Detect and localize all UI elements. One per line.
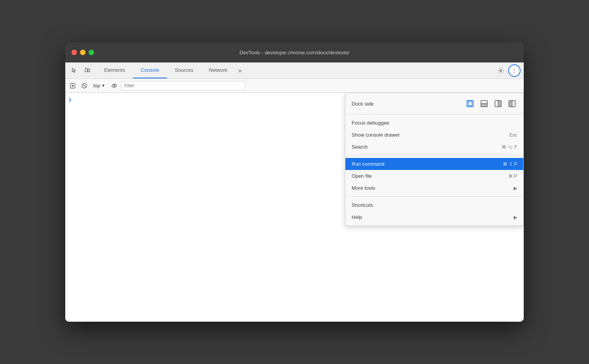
svg-rect-0 (85, 68, 87, 72)
title-bar: DevTools - developer.chrome.com/docs/dev… (65, 42, 524, 62)
svg-point-7 (112, 84, 117, 87)
dropdown-arrow-icon: ▼ (101, 83, 105, 88)
dock-bottom-icon[interactable] (479, 99, 489, 109)
shortcut-show-console-drawer: Esc (509, 132, 517, 138)
menu-section-main: Focus debuggee Show console drawer Esc S… (345, 114, 523, 156)
shortcut-search: ⌘ ⌥ F (502, 144, 517, 150)
svg-rect-1 (88, 69, 90, 72)
traffic-lights (71, 50, 94, 55)
device-toolbar-icon[interactable] (82, 65, 93, 76)
console-prompt: ❯ (68, 97, 71, 103)
dock-side-row: Dock side (345, 95, 523, 112)
dock-side-section: Dock side (345, 93, 523, 114)
maximize-button[interactable] (89, 50, 94, 55)
context-label: top (93, 83, 100, 88)
settings-icon[interactable] (495, 65, 507, 76)
dock-right-icon[interactable] (493, 99, 503, 109)
menu-section-commands: Run command ⌘ ⇧ P Open file ⌘ P (345, 156, 523, 197)
tab-console[interactable]: Console (133, 62, 167, 78)
filter-input[interactable] (121, 81, 245, 90)
shortcut-open-file: ⌘ P (508, 173, 517, 179)
tab-sources[interactable]: Sources (167, 62, 201, 78)
shortcut-run-command: ⌘ ⇧ P (503, 161, 517, 167)
svg-point-8 (113, 85, 115, 87)
dock-left-icon[interactable] (507, 99, 517, 109)
menu-item-help[interactable]: Help ▶ (345, 211, 523, 223)
menu-item-search[interactable]: Search ⌘ ⌥ F (345, 141, 523, 153)
dock-icons (465, 99, 517, 109)
eye-icon[interactable] (109, 81, 119, 91)
svg-marker-4 (72, 85, 74, 87)
tab-bar: Elements Console Sources Network » (65, 62, 524, 79)
clear-console-icon[interactable] (79, 81, 89, 91)
run-snippet-icon[interactable] (68, 81, 78, 91)
inspect-element-icon[interactable] (68, 65, 80, 76)
tab-right-icons: ⋮ (492, 62, 524, 78)
menu-section-bottom: Shortcuts Help ▶ (345, 197, 523, 225)
context-selector[interactable]: top ▼ (91, 82, 108, 89)
console-body: ❯ Dock side (65, 93, 524, 322)
minimize-button[interactable] (80, 50, 85, 55)
svg-point-2 (500, 69, 502, 71)
tab-network[interactable]: Network (201, 62, 235, 78)
more-tabs-button[interactable]: » (235, 62, 245, 78)
svg-rect-12 (481, 104, 487, 107)
dock-side-label: Dock side (352, 101, 459, 107)
svg-rect-18 (509, 101, 512, 107)
close-button[interactable] (71, 50, 77, 55)
dock-undock-icon[interactable] (465, 99, 475, 109)
menu-item-focus-debuggee[interactable]: Focus debuggee (345, 117, 523, 129)
console-toolbar: top ▼ (65, 79, 524, 93)
tab-left-icons (65, 62, 96, 78)
tabs-container: Elements Console Sources Network » (96, 62, 492, 78)
menu-item-more-tools[interactable]: More tools ▶ (345, 182, 523, 194)
menu-item-run-command[interactable]: Run command ⌘ ⇧ P (345, 158, 523, 170)
customize-devtools-button[interactable]: ⋮ (508, 64, 521, 77)
svg-line-6 (83, 84, 86, 87)
dropdown-menu: Dock side (345, 93, 524, 226)
devtools-panel: Elements Console Sources Network » (65, 62, 524, 322)
svg-rect-15 (498, 101, 501, 107)
devtools-window: DevTools - developer.chrome.com/docs/dev… (65, 42, 524, 322)
arrow-more-tools: ▶ (514, 185, 517, 191)
arrow-help: ▶ (514, 215, 517, 220)
menu-item-open-file[interactable]: Open file ⌘ P (345, 170, 523, 182)
menu-item-show-console-drawer[interactable]: Show console drawer Esc (345, 129, 523, 141)
tab-elements[interactable]: Elements (96, 62, 133, 78)
window-title: DevTools - developer.chrome.com/docs/dev… (239, 50, 349, 55)
svg-rect-10 (468, 102, 472, 106)
menu-item-shortcuts[interactable]: Shortcuts (345, 199, 523, 211)
